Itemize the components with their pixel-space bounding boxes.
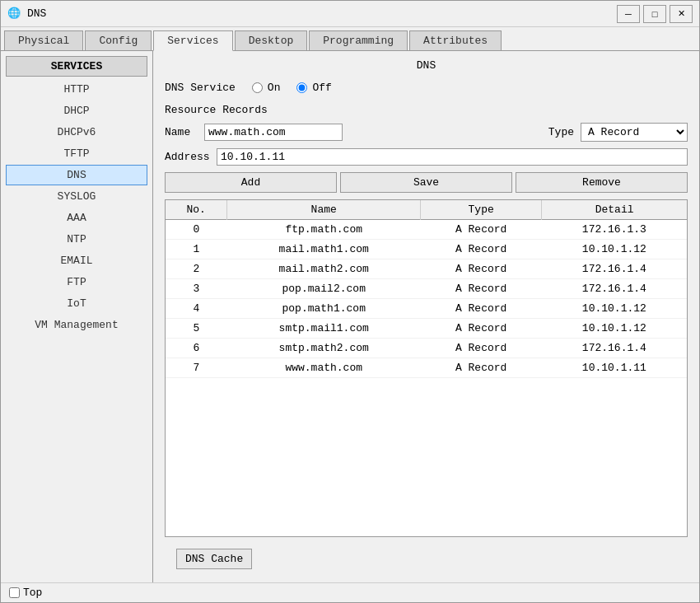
dns-cache-button[interactable]: DNS Cache xyxy=(176,549,252,569)
sidebar-item-http[interactable]: HTTP xyxy=(6,79,147,100)
tab-services[interactable]: Services xyxy=(153,30,232,51)
table-row[interactable]: 4pop.math1.comA Record10.10.1.12 xyxy=(166,299,687,319)
bottom-bar: DNS Cache xyxy=(165,544,688,574)
cell-type: A Record xyxy=(421,279,542,299)
save-button[interactable]: Save xyxy=(340,172,512,193)
cell-no: 6 xyxy=(166,339,227,358)
cell-name: mail.math2.com xyxy=(227,259,421,279)
table-row[interactable]: 0ftp.math.comA Record172.16.1.3 xyxy=(166,220,687,240)
maximize-button[interactable]: □ xyxy=(643,5,666,23)
sidebar-item-iot[interactable]: IoT xyxy=(6,293,147,314)
cell-no: 4 xyxy=(166,299,227,319)
cell-detail: 172.16.1.3 xyxy=(542,220,687,240)
cell-detail: 10.10.1.12 xyxy=(542,299,687,319)
cell-name: smtp.math2.com xyxy=(227,339,421,358)
sidebar-item-dhcp[interactable]: DHCP xyxy=(6,100,147,121)
close-button[interactable]: ✕ xyxy=(670,5,693,23)
sidebar-item-vm-management[interactable]: VM Management xyxy=(6,315,147,335)
cell-name: www.math.com xyxy=(227,358,421,378)
cell-type: A Record xyxy=(421,358,542,378)
type-select[interactable]: A Record AAAA Record CNAME Record MX Rec… xyxy=(581,123,688,142)
add-button[interactable]: Add xyxy=(165,172,337,193)
sidebar-item-tftp[interactable]: TFTP xyxy=(6,143,147,164)
cell-type: A Record xyxy=(421,299,542,319)
table-row[interactable]: 2mail.math2.comA Record172.16.1.4 xyxy=(166,259,687,279)
cell-detail: 172.16.1.4 xyxy=(542,339,687,358)
action-buttons: Add Save Remove xyxy=(165,172,688,193)
cell-detail: 10.10.1.11 xyxy=(542,358,687,378)
name-label: Name xyxy=(165,126,198,138)
top-checkbox-label[interactable]: Top xyxy=(9,587,42,599)
content-area: SERVICES HTTP DHCP DHCPv6 TFTP DNS SYSLO… xyxy=(1,51,699,582)
cell-no: 3 xyxy=(166,279,227,299)
address-label: Address xyxy=(165,151,210,163)
dns-service-label: DNS Service xyxy=(165,82,236,94)
table-row[interactable]: 6smtp.math2.comA Record172.16.1.4 xyxy=(166,339,687,358)
window-controls: ─ □ ✕ xyxy=(617,5,693,23)
sidebar-item-dns[interactable]: DNS xyxy=(6,165,147,185)
window-title: DNS xyxy=(27,7,612,20)
tab-desktop[interactable]: Desktop xyxy=(235,30,308,50)
table-row[interactable]: 1mail.math1.comA Record10.10.1.12 xyxy=(166,240,687,259)
cell-detail: 172.16.1.4 xyxy=(542,279,687,299)
address-input[interactable] xyxy=(217,148,688,166)
name-input[interactable] xyxy=(204,124,343,141)
cell-no: 5 xyxy=(166,319,227,339)
sidebar-item-dhcpv6[interactable]: DHCPv6 xyxy=(6,122,147,143)
radio-on-group: On xyxy=(252,82,281,94)
footer-bar: Top xyxy=(1,582,699,602)
cell-type: A Record xyxy=(421,220,542,240)
table-row[interactable]: 3pop.mail2.comA Record172.16.1.4 xyxy=(166,279,687,299)
col-no: No. xyxy=(166,200,227,220)
cell-name: smtp.mail1.com xyxy=(227,319,421,339)
cell-detail: 10.10.1.12 xyxy=(542,240,687,259)
sidebar-item-syslog[interactable]: SYSLOG xyxy=(6,186,147,207)
radio-off-group: Off xyxy=(296,82,331,94)
sidebar-item-email[interactable]: EMAIL xyxy=(6,250,147,271)
cell-no: 0 xyxy=(166,220,227,240)
col-type: Type xyxy=(421,200,542,220)
dns-service-row: DNS Service On Off xyxy=(165,82,688,94)
tab-programming[interactable]: Programming xyxy=(309,30,408,50)
remove-button[interactable]: Remove xyxy=(516,172,688,193)
cell-type: A Record xyxy=(421,319,542,339)
radio-off-input[interactable] xyxy=(296,82,307,93)
cell-detail: 172.16.1.4 xyxy=(542,259,687,279)
address-row: Address xyxy=(165,148,688,166)
radio-on-label[interactable]: On xyxy=(268,82,281,94)
title-bar: 🌐 DNS ─ □ ✕ xyxy=(1,1,699,27)
cell-no: 1 xyxy=(166,240,227,259)
cell-name: ftp.math.com xyxy=(227,220,421,240)
tab-config[interactable]: Config xyxy=(85,30,152,50)
sidebar-header: SERVICES xyxy=(6,56,147,77)
app-icon: 🌐 xyxy=(7,7,22,21)
tab-physical[interactable]: Physical xyxy=(4,30,83,50)
sidebar: SERVICES HTTP DHCP DHCPv6 TFTP DNS SYSLO… xyxy=(1,51,153,582)
cell-name: pop.mail2.com xyxy=(227,279,421,299)
top-label: Top xyxy=(23,587,42,599)
cell-type: A Record xyxy=(421,259,542,279)
sidebar-scroll-area: HTTP DHCP DHCPv6 TFTP DNS SYSLOG AAA NTP… xyxy=(1,78,152,579)
col-name: Name xyxy=(227,200,421,220)
records-table-container: No. Name Type Detail 0ftp.math.comA Reco… xyxy=(165,199,688,537)
sidebar-item-ntp[interactable]: NTP xyxy=(6,229,147,250)
sidebar-item-aaa[interactable]: AAA xyxy=(6,208,147,228)
cell-type: A Record xyxy=(421,339,542,358)
tab-attributes[interactable]: Attributes xyxy=(409,30,502,50)
cell-name: pop.math1.com xyxy=(227,299,421,319)
resource-records-label: Resource Records xyxy=(165,104,688,116)
top-checkbox-input[interactable] xyxy=(9,587,20,598)
sidebar-item-ftp[interactable]: FTP xyxy=(6,272,147,292)
cell-name: mail.math1.com xyxy=(227,240,421,259)
table-row[interactable]: 7www.math.comA Record10.10.1.11 xyxy=(166,358,687,378)
main-window: 🌐 DNS ─ □ ✕ Physical Config Services Des… xyxy=(0,0,700,603)
col-detail: Detail xyxy=(542,200,687,220)
cell-no: 7 xyxy=(166,358,227,378)
radio-off-label[interactable]: Off xyxy=(312,82,331,94)
radio-on-input[interactable] xyxy=(252,82,263,93)
minimize-button[interactable]: ─ xyxy=(617,5,640,23)
type-label: Type xyxy=(548,126,574,138)
cell-no: 2 xyxy=(166,259,227,279)
table-row[interactable]: 5smtp.mail1.comA Record10.10.1.12 xyxy=(166,319,687,339)
name-type-row: Name Type A Record AAAA Record CNAME Rec… xyxy=(165,123,688,142)
